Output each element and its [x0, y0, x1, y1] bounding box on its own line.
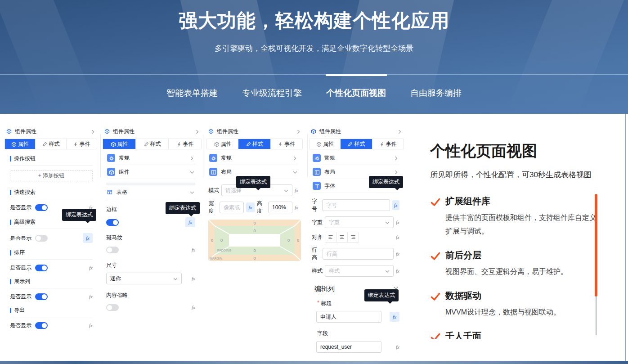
- collapse-row-component[interactable]: 组件: [106, 165, 195, 179]
- chevron-down-icon: [292, 170, 297, 175]
- component-props-panel-3: 组件属性 属性 样式 事件 常规 布局: [206, 126, 303, 261]
- chevron-down-icon: [173, 276, 178, 281]
- section-label: 排序: [14, 249, 25, 256]
- tab-label: 属性: [323, 140, 334, 148]
- border-toggle[interactable]: [106, 219, 119, 226]
- width-input[interactable]: [220, 202, 244, 213]
- hero-subtitle: 多引擎驱动，全栈可视化开发，满足企业数字化转型全场景: [0, 43, 628, 54]
- field-name-input[interactable]: [316, 341, 381, 353]
- tab-style[interactable]: 样式: [341, 139, 372, 149]
- chevron-right-icon: [292, 156, 297, 161]
- tab-page-view[interactable]: 个性化页面视图: [326, 86, 386, 100]
- stripe-toggle[interactable]: [106, 247, 119, 253]
- fx-button[interactable]: fx: [396, 251, 399, 256]
- tab-event[interactable]: 事件: [270, 139, 302, 149]
- tab-label: 属性: [117, 140, 128, 148]
- tab-event[interactable]: 事件: [168, 139, 201, 149]
- tab-event[interactable]: 事件: [66, 139, 97, 149]
- tab-style[interactable]: 样式: [35, 139, 66, 149]
- field-label-stripe: 斑马纹: [106, 234, 195, 242]
- collapse-row-general[interactable]: 常规: [208, 151, 298, 165]
- collapse-row-table[interactable]: 表格: [106, 185, 195, 199]
- cube-icon: [214, 142, 219, 147]
- align-right-button[interactable]: [347, 232, 359, 243]
- tab-props[interactable]: 属性: [207, 139, 238, 149]
- fx-button[interactable]: fx: [89, 265, 93, 270]
- fx-button[interactable]: fx: [396, 220, 399, 225]
- tab-props[interactable]: 属性: [5, 139, 35, 149]
- tab-label: 样式: [354, 140, 365, 148]
- collapse-row-general[interactable]: 常规: [106, 151, 195, 165]
- tab-props[interactable]: 属性: [103, 139, 135, 149]
- feature-item: 千人千面 配置化实现，视图内容可由用户自定义: [430, 330, 610, 339]
- field-label-mode: 模式: [208, 187, 219, 194]
- fx-button[interactable]: fx: [396, 234, 399, 240]
- align-left-button[interactable]: [325, 232, 336, 243]
- columns-toggle[interactable]: [35, 293, 48, 300]
- fx-button[interactable]: fx: [396, 344, 399, 350]
- size-select[interactable]: 迷你: [106, 273, 182, 284]
- export-toggle[interactable]: [35, 322, 48, 329]
- tab-process-engine[interactable]: 专业级流程引擎: [242, 86, 302, 100]
- ellipsis-toggle[interactable]: [106, 304, 119, 311]
- fx-button-active[interactable]: fx: [392, 200, 399, 210]
- tab-service-orchestration[interactable]: 自由服务编排: [410, 86, 462, 100]
- right-edge-scrollbar[interactable]: [625, 114, 626, 361]
- feature-title: 扩展组件库: [445, 195, 490, 207]
- bolt-icon: [278, 142, 283, 147]
- font-size-input[interactable]: [322, 199, 390, 211]
- title-input[interactable]: [316, 311, 381, 323]
- fx-button[interactable]: fx: [192, 305, 195, 310]
- fx-button-active[interactable]: fx: [246, 202, 255, 212]
- show-toggle-row: 是否显示 fx: [10, 321, 93, 330]
- scroll-indicator-thumb[interactable]: [595, 194, 597, 297]
- tab-event[interactable]: 事件: [372, 139, 404, 149]
- check-icon: [430, 197, 440, 207]
- margin-bottom-value: 0: [253, 256, 256, 261]
- fx-button-active[interactable]: fx: [83, 233, 93, 243]
- fx-button[interactable]: fx: [89, 294, 93, 299]
- fx-button[interactable]: fx: [89, 323, 93, 328]
- ellipsis-toggle-row: fx: [106, 303, 195, 312]
- line-height-input[interactable]: [323, 248, 394, 260]
- panel-title: 组件属性: [113, 128, 192, 135]
- font-weight-select[interactable]: 字重: [325, 216, 394, 228]
- page: 强大功能，轻松构建个性化应用 多引擎驱动，全栈可视化开发，满足企业数字化转型全场…: [0, 0, 628, 364]
- bind-expression-tooltip: 绑定表达式: [166, 202, 200, 214]
- show-label: 是否显示: [10, 293, 31, 301]
- chevron-right-icon[interactable]: [195, 129, 200, 134]
- field-label-style: 样式: [312, 267, 323, 275]
- fx-button-active[interactable]: fx: [390, 312, 399, 322]
- section-label: 高级搜索: [14, 218, 36, 226]
- padding-bottom-value: 0: [253, 248, 256, 253]
- style-select[interactable]: 样式: [325, 265, 394, 277]
- tab-smart-form[interactable]: 智能表单搭建: [166, 86, 218, 100]
- fx-button[interactable]: fx: [396, 268, 399, 274]
- tab-style[interactable]: 样式: [135, 139, 168, 149]
- align-center-button[interactable]: [336, 232, 348, 243]
- fx-button[interactable]: fx: [192, 247, 195, 252]
- fx-button[interactable]: fx: [192, 276, 195, 281]
- advanced-search-toggle[interactable]: [35, 235, 48, 242]
- fx-button[interactable]: fx: [295, 188, 298, 193]
- panel-tab-bar: 属性 样式 事件: [309, 139, 404, 149]
- section-export: 导出: [10, 306, 93, 317]
- chevron-right-icon[interactable]: [90, 129, 95, 134]
- cube-icon: [104, 129, 110, 135]
- section-bar: [10, 308, 11, 313]
- chevron-right-icon[interactable]: [296, 129, 301, 134]
- component-props-panel-4: 组件属性 属性 样式 事件 常规 布局: [309, 126, 404, 353]
- field-label-size: 尺寸: [106, 261, 195, 269]
- brush-icon: [246, 142, 251, 147]
- quick-search-toggle[interactable]: [35, 204, 48, 211]
- fx-button-active[interactable]: fx: [185, 217, 195, 227]
- collapse-row-general[interactable]: 常规: [312, 151, 399, 165]
- chevron-right-icon[interactable]: [397, 129, 402, 134]
- height-input[interactable]: [268, 202, 292, 213]
- tab-style[interactable]: 样式: [238, 139, 270, 149]
- fx-button[interactable]: fx: [295, 205, 298, 210]
- add-button[interactable]: + 添加按钮: [10, 170, 93, 181]
- hero-title: 强大功能，轻松构建个性化应用: [0, 8, 628, 33]
- sort-toggle[interactable]: [35, 265, 48, 271]
- tab-props[interactable]: 属性: [310, 139, 341, 149]
